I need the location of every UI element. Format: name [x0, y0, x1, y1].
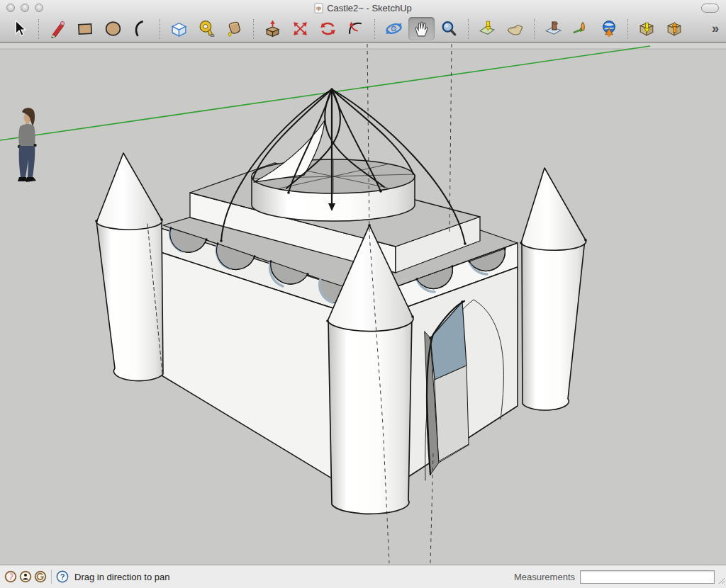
resize-grip[interactable] [717, 575, 725, 587]
share-model-tool-button[interactable] [661, 17, 688, 40]
status-bar: ? Drag in direction to pan Measurements [0, 565, 726, 588]
toolbar-separator [627, 19, 628, 39]
place-model-tool-button[interactable] [540, 17, 566, 40]
toolbar: » [0, 16, 726, 42]
magnifier-icon [440, 19, 459, 38]
warehouse-upload-icon [665, 19, 684, 38]
get-current-view-tool-button[interactable] [474, 17, 501, 40]
sky-band [0, 43, 726, 49]
select-icon [10, 19, 29, 38]
status-hint: Drag in direction to pan [74, 572, 169, 582]
circle-tool-button[interactable] [100, 17, 126, 40]
push-pull-icon [263, 19, 282, 38]
left-tower [96, 153, 163, 381]
circle-icon [104, 19, 123, 38]
paint-bucket-tool-button[interactable] [221, 17, 247, 40]
minimize-button[interactable] [21, 4, 29, 12]
move-icon [291, 19, 310, 38]
toolbar-overflow-button[interactable]: » [712, 21, 720, 36]
warehouse-download-icon [637, 19, 657, 38]
select-tool-button[interactable] [6, 17, 33, 40]
move-tool-button[interactable] [287, 17, 313, 40]
follow-me-tool-button[interactable] [342, 17, 369, 40]
person-badge-icon[interactable] [19, 570, 32, 583]
statusbar-separator [51, 570, 52, 584]
rotate-tool-button[interactable] [315, 17, 341, 40]
pencil-icon [48, 19, 67, 38]
make-component-tool-button[interactable] [166, 17, 192, 40]
toggle-terrain-tool-button[interactable] [502, 17, 528, 40]
preview-in-google-earth-tool-button[interactable] [596, 17, 622, 40]
arc-tool-button[interactable] [128, 17, 154, 40]
title-bar: Castle2~ - SketchUp [0, 0, 726, 16]
document-icon [314, 3, 323, 13]
svg-text:?: ? [60, 572, 65, 581]
map-download-icon [478, 19, 497, 38]
g-badge-icon[interactable] [34, 570, 47, 583]
window-controls [6, 4, 43, 12]
follow-me-icon [346, 19, 365, 38]
orbit-icon [384, 19, 403, 38]
toolbar-separator [374, 19, 375, 39]
google-earth-icon [599, 19, 618, 38]
terrain-icon [506, 19, 525, 38]
toolbar-separator [160, 19, 160, 39]
help-icon[interactable]: ? [56, 570, 69, 583]
geo-badge-icon[interactable] [4, 570, 17, 583]
zoom-tool-button[interactable] [436, 17, 462, 40]
line-tool-button[interactable] [45, 17, 71, 40]
toolbar-separator [38, 19, 39, 39]
pan-hand-icon [412, 19, 431, 38]
scale-figure [18, 108, 37, 182]
sketchup-window: Castle2~ - SketchUp » [0, 0, 726, 588]
right-tower [521, 168, 586, 410]
photo-textures-tool-button[interactable] [568, 17, 594, 40]
rectangle-icon [76, 19, 95, 38]
window-title: Castle2~ - SketchUp [327, 3, 412, 13]
rectangle-tool-button[interactable] [72, 17, 99, 40]
arc-icon [131, 19, 150, 38]
rotate-icon [318, 19, 337, 38]
toolbar-separator [468, 19, 469, 39]
window-header: Castle2~ - SketchUp » [0, 0, 726, 43]
viewport-canvas[interactable] [0, 43, 726, 565]
photo-textures-icon [571, 19, 591, 38]
close-button[interactable] [6, 4, 15, 12]
tape-measure-tool-button[interactable] [194, 17, 220, 40]
get-models-tool-button[interactable] [634, 17, 660, 40]
paint-bucket-icon [225, 19, 244, 38]
zoom-button[interactable] [35, 4, 43, 12]
measurements-input[interactable] [580, 570, 715, 584]
orbit-tool-button[interactable] [381, 17, 407, 40]
place-model-icon [544, 19, 563, 38]
toolbar-toggle-button[interactable] [701, 4, 719, 13]
measurements-label: Measurements [514, 572, 575, 582]
castle-scene-svg [0, 43, 726, 565]
tape-measure-icon [197, 19, 216, 38]
make-component-icon [169, 19, 189, 38]
pan-tool-button[interactable] [408, 17, 435, 40]
push-pull-tool-button[interactable] [259, 17, 286, 40]
toolbar-separator [253, 19, 254, 39]
castle-model [95, 88, 587, 514]
toolbar-separator [534, 19, 535, 39]
